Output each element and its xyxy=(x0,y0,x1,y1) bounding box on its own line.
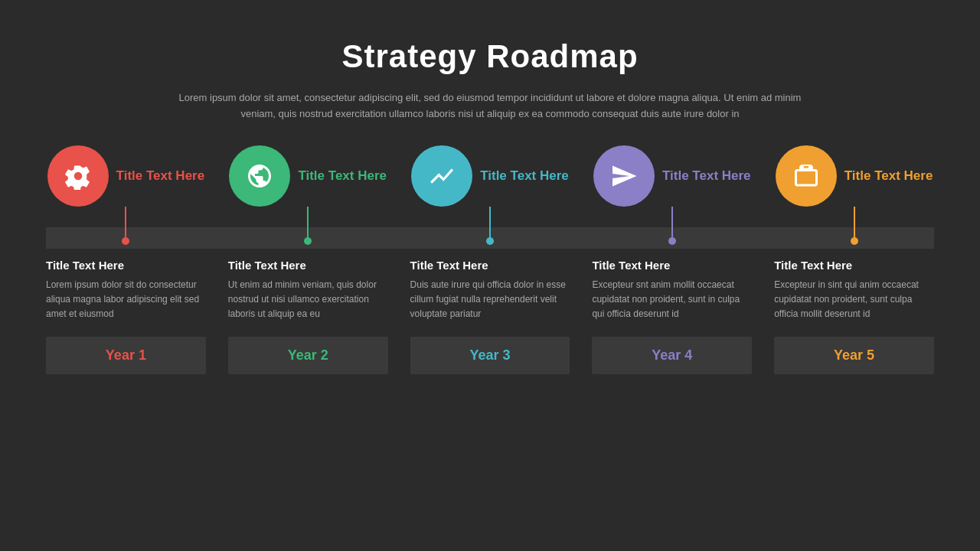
bottom-title-1: Title Text Here xyxy=(46,259,206,272)
icon-row-5: Title Text Here xyxy=(776,145,933,207)
col-3: Title Text Here Title Text Here Duis aut… xyxy=(410,145,570,322)
icon-circle-4 xyxy=(593,145,655,207)
bottom-text-2: Ut enim ad minim veniam, quis dolor nost… xyxy=(228,278,388,322)
header: Strategy Roadmap xyxy=(341,0,638,75)
icon-title-2: Title Text Here xyxy=(298,168,387,184)
stem-down-4 xyxy=(671,207,673,237)
subtitle: Lorem ipsum dolor sit amet, consectetur … xyxy=(161,83,819,130)
stem-down-1 xyxy=(125,207,126,237)
bottom-title-5: Title Text Here xyxy=(774,259,934,272)
col-4: Title Text Here Title Text Here Excepteu… xyxy=(592,145,752,322)
icon-row-4: Title Text Here xyxy=(593,145,751,207)
track-dot-3 xyxy=(486,237,494,245)
col-5: Title Text Here Title Text Here Excepteu… xyxy=(774,145,934,322)
stem-down-3 xyxy=(489,207,491,237)
track-dot-5 xyxy=(851,237,858,245)
bottom-title-2: Title Text Here xyxy=(228,259,388,272)
bottom-content-2: Title Text Here Ut enim ad minim veniam,… xyxy=(228,245,388,322)
columns: Title Text Here Title Text Here Lorem ip… xyxy=(46,145,934,322)
year-badge-2: Year 2 xyxy=(228,337,388,374)
bottom-title-4: Title Text Here xyxy=(592,259,752,272)
col-2: Title Text Here Title Text Here Ut enim … xyxy=(228,145,388,322)
icon-row-1: Title Text Here xyxy=(47,145,205,207)
year-badge-1: Year 1 xyxy=(46,337,206,374)
bottom-title-3: Title Text Here xyxy=(410,259,570,272)
bottom-content-3: Title Text Here Duis aute irure qui offi… xyxy=(410,245,570,322)
bottom-content-5: Title Text Here Excepteur in sint qui an… xyxy=(774,245,934,322)
icon-title-1: Title Text Here xyxy=(116,168,205,184)
timeline-section: Title Text Here Title Text Here Lorem ip… xyxy=(0,145,980,322)
year-badge-4: Year 4 xyxy=(592,337,752,374)
track-dot-1 xyxy=(122,237,129,245)
icon-title-3: Title Text Here xyxy=(480,168,569,184)
stem-down-2 xyxy=(307,207,309,237)
bottom-text-3: Duis aute irure qui officia dolor in ess… xyxy=(410,278,570,322)
bottom-text-1: Lorem ipsum dolor sit do consectetur ali… xyxy=(46,278,206,322)
icon-circle-1 xyxy=(47,145,109,207)
track-dot-2 xyxy=(304,237,312,245)
icon-circle-5 xyxy=(776,145,837,207)
icon-circle-2 xyxy=(229,145,290,207)
icon-row-3: Title Text Here xyxy=(411,145,569,207)
page: Strategy Roadmap Lorem ipsum dolor sit a… xyxy=(0,0,980,551)
icon-circle-3 xyxy=(411,145,472,207)
icon-row-2: Title Text Here xyxy=(229,145,387,207)
track-dot-4 xyxy=(668,237,676,245)
col-1: Title Text Here Title Text Here Lorem ip… xyxy=(46,145,206,322)
year-row: Year 1Year 2Year 3Year 4Year 5 xyxy=(46,337,934,374)
bottom-text-4: Excepteur snt anim mollit occaecat cupid… xyxy=(592,278,752,322)
icon-title-5: Title Text Here xyxy=(844,168,933,184)
icon-title-4: Title Text Here xyxy=(662,168,751,184)
year-badge-5: Year 5 xyxy=(774,337,934,374)
bottom-content-1: Title Text Here Lorem ipsum dolor sit do… xyxy=(46,245,206,322)
stem-down-5 xyxy=(854,207,855,237)
bottom-text-5: Excepteur in sint qui anim occaecat cupi… xyxy=(774,278,934,322)
page-title: Strategy Roadmap xyxy=(341,38,638,75)
bottom-content-4: Title Text Here Excepteur snt anim molli… xyxy=(592,245,752,322)
year-badge-3: Year 3 xyxy=(410,337,570,374)
